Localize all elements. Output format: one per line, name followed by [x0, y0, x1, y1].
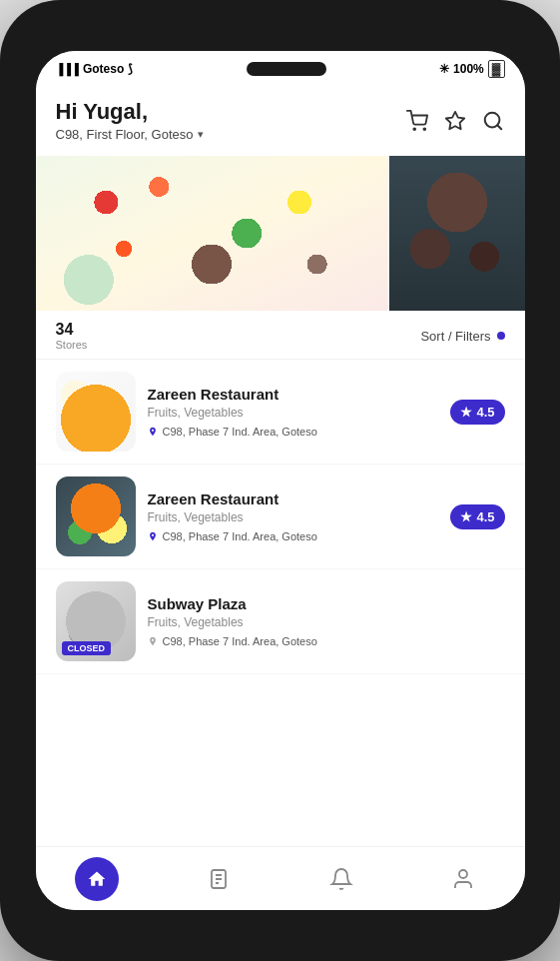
address-row[interactable]: C98, First Floor, Goteso ▾ [56, 127, 204, 142]
header: Hi Yugal, C98, First Floor, Goteso ▾ [36, 87, 525, 156]
header-icons [405, 109, 505, 133]
phone-screen: ▐▐▐ Goteso ⟆ ✳ 100% ▓ Hi Yugal, C98, Fir… [36, 51, 525, 910]
store-address-row: C98, Phase 7 Ind. Area, Goteso [148, 426, 439, 438]
star-icon: ★ [460, 509, 472, 524]
chevron-down-icon: ▾ [198, 128, 204, 141]
sort-filters-button[interactable]: Sort / Filters [420, 329, 504, 344]
store-item[interactable]: Zareen Restaurant Fruits, Vegetables C98… [36, 360, 525, 465]
nav-profile[interactable] [433, 865, 493, 893]
nav-notifications[interactable] [311, 865, 371, 893]
closed-badge: CLOSED [62, 641, 112, 655]
sort-filters-label: Sort / Filters [420, 329, 490, 344]
store-item[interactable]: CLOSED Subway Plaza Fruits, Vegetables C… [36, 569, 525, 674]
location-pin-icon [148, 636, 158, 646]
wishlist-button[interactable] [443, 109, 467, 133]
address-text: C98, First Floor, Goteso [56, 127, 194, 142]
store-thumbnail [56, 477, 136, 556]
banner-main-image [36, 156, 387, 311]
cart-button[interactable] [405, 109, 429, 133]
stores-label: Stores [56, 339, 88, 351]
filter-active-dot [497, 332, 505, 340]
location-pin-icon [148, 427, 158, 437]
status-right: ✳ 100% ▓ [439, 60, 504, 78]
rating-badge: ★ 4.5 [450, 504, 504, 529]
store-thumbnail: CLOSED [56, 581, 136, 661]
store-address-text: C98, Phase 7 Ind. Area, Goteso [163, 530, 317, 542]
store-info: Subway Plaza Fruits, Vegetables C98, Pha… [136, 595, 473, 647]
star-icon: ★ [483, 614, 495, 629]
store-name: Zareen Restaurant [148, 490, 439, 507]
store-info: Zareen Restaurant Fruits, Vegetables C98… [136, 386, 451, 438]
status-carrier: ▐▐▐ Goteso ⟆ [56, 62, 134, 76]
store-name: Subway Plaza [148, 595, 461, 612]
store-address-text: C98, Phase 7 Ind. Area, Goteso [163, 426, 317, 438]
banner-side-artwork [389, 156, 525, 311]
store-name: Zareen Restaurant [148, 386, 439, 403]
search-button[interactable] [481, 109, 505, 133]
battery-icon: ▓ [488, 60, 505, 78]
nav-home[interactable] [67, 857, 127, 901]
store-image-1 [56, 372, 136, 452]
banner-side-image [389, 156, 525, 311]
rating-value: 4.5 [476, 405, 494, 420]
location-pin-icon [148, 531, 158, 541]
signal-bars-icon: ▐▐▐ [56, 63, 79, 75]
profile-icon [449, 865, 477, 893]
stores-number: 34 [56, 321, 88, 339]
store-category: Fruits, Vegetables [148, 615, 461, 629]
bluetooth-icon: ✳ [439, 62, 449, 76]
home-icon [75, 857, 119, 901]
stores-section: 34 Stores Sort / Filters Zareen Restaura… [36, 311, 525, 846]
store-image-2 [56, 477, 136, 556]
svg-line-4 [497, 125, 501, 129]
svg-point-1 [423, 128, 425, 130]
orders-icon [205, 865, 233, 893]
store-address-text: C98, Phase 7 Ind. Area, Goteso [163, 635, 317, 647]
store-address-row: C98, Phase 7 Ind. Area, Goteso [148, 635, 461, 647]
store-category: Fruits, Vegetables [148, 510, 439, 524]
header-left: Hi Yugal, C98, First Floor, Goteso ▾ [56, 99, 204, 142]
stores-header: 34 Stores Sort / Filters [36, 311, 525, 360]
status-bar: ▐▐▐ Goteso ⟆ ✳ 100% ▓ [36, 51, 525, 87]
stores-count: 34 Stores [56, 321, 88, 351]
rating-badge: ★ 4.5 [450, 400, 504, 425]
bottom-nav [36, 846, 525, 910]
wifi-icon: ⟆ [128, 62, 133, 76]
star-icon: ★ [460, 405, 472, 420]
store-address-row: C98, Phase 7 Ind. Area, Goteso [148, 530, 439, 542]
banner [36, 156, 525, 311]
svg-point-9 [459, 870, 467, 878]
store-thumbnail [56, 372, 136, 452]
phone-frame: ▐▐▐ Goteso ⟆ ✳ 100% ▓ Hi Yugal, C98, Fir… [0, 0, 560, 961]
carrier-label: Goteso [83, 62, 124, 76]
nav-orders[interactable] [189, 865, 249, 893]
store-category: Fruits, Vegetables [148, 406, 439, 420]
store-info: Zareen Restaurant Fruits, Vegetables C98… [136, 490, 451, 542]
notch [247, 62, 326, 76]
store-item[interactable]: Zareen Restaurant Fruits, Vegetables C98… [36, 465, 525, 569]
svg-marker-2 [445, 111, 463, 128]
bell-icon [327, 865, 355, 893]
rating-value: 4.5 [476, 509, 494, 524]
banner-main-artwork [36, 156, 387, 311]
svg-point-0 [413, 128, 415, 130]
greeting-text: Hi Yugal, [56, 99, 204, 125]
battery-label: 100% [453, 62, 484, 76]
